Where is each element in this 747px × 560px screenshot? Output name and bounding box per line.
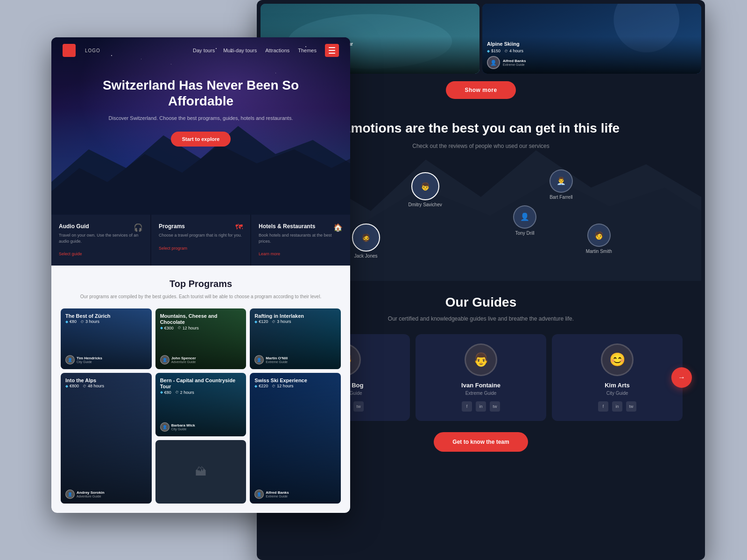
hero-title: Switzerland Has Never Been So Affordable xyxy=(79,77,322,109)
hotels-icon: 🏠 xyxy=(333,223,343,232)
feature-programs-title: Programs xyxy=(159,223,243,230)
kim-linkedin[interactable]: in xyxy=(612,401,622,412)
ski-guide-avatar: 👤 xyxy=(487,56,500,69)
reviewer-tony[interactable]: 👤 Tony Drill xyxy=(513,205,536,236)
ivan-avatar: 👨 xyxy=(465,343,497,376)
tony-name: Tony Drill xyxy=(515,231,535,236)
program-title-alps: Into the Alps xyxy=(65,378,147,384)
navigation: LOGO Day tours Multi-day tours Attractio… xyxy=(51,37,350,63)
program-price-zurich: ◆ €80 xyxy=(65,319,77,324)
feature-programs-link[interactable]: Select program xyxy=(159,246,187,251)
ivan-facebook[interactable]: f xyxy=(462,401,472,412)
nav-day-tours[interactable]: Day tours xyxy=(193,48,215,53)
feature-audio-title: Audio Guid xyxy=(59,223,143,230)
reviewer-jack[interactable]: 🧔 Jack Jones xyxy=(352,224,380,259)
program-card-alps[interactable]: Into the Alps ◆€800 ⏱48 hours 👤 Andrey S… xyxy=(61,373,152,504)
jack-avatar: 🧔 xyxy=(352,224,380,252)
programs-grid-row2: Into the Alps ◆€800 ⏱48 hours 👤 Andrey S… xyxy=(61,373,341,504)
feature-hotels-desc: Book hotels and restaurants at the best … xyxy=(259,232,343,244)
program-card-mountains[interactable]: Mountains, Cheese and Chocolate ◆€300 ⏱1… xyxy=(155,308,247,369)
feature-hotels-title: Hotels & Restaurants xyxy=(259,223,343,230)
guide-avatar-rafting: 👤 xyxy=(254,355,264,364)
program-card-skiing[interactable]: Swiss Ski Experience ◆€220 ⏱12 hours 👤 A… xyxy=(250,373,341,504)
guides-next-button[interactable]: → xyxy=(671,367,692,388)
right-tour-ski[interactable]: Alpine Skiing ◆$150 ⏱4 hours 👤 Alfred Ba… xyxy=(482,4,701,74)
feature-audio-link[interactable]: Select guide xyxy=(59,252,82,256)
guide-avatar-skiing: 👤 xyxy=(254,490,264,499)
ivan-role: Extreme Guide xyxy=(423,391,539,396)
top-programs-section: Top Programs Our programs are compiled b… xyxy=(51,266,350,513)
dmitry-name: Dmitry Savichev xyxy=(408,202,442,207)
features-section: 🎧 Audio Guid Travel on your own. Use the… xyxy=(51,215,350,266)
programs-icon: 🗺 xyxy=(235,223,243,231)
tony-avatar: 👤 xyxy=(513,205,536,229)
feature-hotels: 🏠 Hotels & Restaurants Book hotels and r… xyxy=(251,215,350,266)
ivan-twitter[interactable]: tw xyxy=(490,401,500,412)
reviewer-bart[interactable]: 👨‍💼 Bart Farrell xyxy=(550,169,573,200)
ivan-name: Ivan Fontaine xyxy=(423,382,539,389)
guide-avatar-zurich: 👤 xyxy=(65,355,75,364)
nav-links: Day tours Multi-day tours Attractions Th… xyxy=(193,44,339,57)
program-card-rafting[interactable]: Rafting in Interlaken ◆€120 ⏱3 hours 👤 M… xyxy=(250,308,341,369)
reviewer-dmitry[interactable]: 👦 Dmitry Savichev xyxy=(408,172,442,207)
left-page: LOGO Day tours Multi-day tours Attractio… xyxy=(51,37,350,513)
feature-audio-desc: Travel on your own. Use the services of … xyxy=(59,232,143,244)
guide-avatar-bern: 👤 xyxy=(160,422,169,432)
start-explore-button[interactable]: Start to explore xyxy=(171,132,231,147)
ski-tour-name: Alpine Skiing xyxy=(487,41,697,47)
martin-avatar: 🧑 xyxy=(587,224,611,247)
guide-card-ivan: 👨 Ivan Fontaine Extreme Guide f in tw xyxy=(416,334,546,421)
hero-content: Switzerland Has Never Been So Affordable… xyxy=(51,63,350,147)
feature-audio: 🎧 Audio Guid Travel on your own. Use the… xyxy=(51,215,150,266)
get-team-button[interactable]: Get to know the team xyxy=(434,432,528,452)
ski-tour-label: Alpine Skiing ◆$150 ⏱4 hours 👤 Alfred Ba… xyxy=(482,36,701,74)
ivan-social: f in tw xyxy=(423,401,539,412)
kim-twitter[interactable]: tw xyxy=(626,401,636,412)
logo-text: LOGO xyxy=(85,48,100,53)
guide-avatar-alps: 👤 xyxy=(65,490,75,499)
program-title-mountains: Mountains, Cheese and Chocolate xyxy=(160,313,242,325)
logo-icon[interactable] xyxy=(63,44,76,57)
program-title-rafting: Rafting in Interlaken xyxy=(254,313,336,319)
nav-themes[interactable]: Themes xyxy=(298,48,317,53)
ski-guide-name: Alfred Banks xyxy=(503,59,526,63)
kim-avatar: 😊 xyxy=(601,343,634,376)
hamburger-menu[interactable] xyxy=(325,44,339,57)
programs-grid-row1: The Best of Zürich ◆ €80 ⏱ 3 hours xyxy=(61,308,341,369)
feature-programs: 🗺 Programs Choose a travel program that … xyxy=(151,215,250,266)
jack-name: Jack Jones xyxy=(354,253,378,259)
program-card-bern[interactable]: Bern - Capital and Countryside Tour ◆€80… xyxy=(155,373,247,436)
hero-subtitle: Discover Switzerland. Choose the best pr… xyxy=(79,114,322,122)
dmitry-avatar: 👦 xyxy=(411,172,439,200)
hero-section: LOGO Day tours Multi-day tours Attractio… xyxy=(51,37,350,215)
feature-programs-desc: Choose a travel program that is right fo… xyxy=(159,232,243,238)
bart-avatar: 👨‍💼 xyxy=(550,169,573,193)
andreas-twitter[interactable]: tw xyxy=(353,401,364,412)
ivan-linkedin[interactable]: in xyxy=(476,401,486,412)
kim-name: Kim Arts xyxy=(559,382,675,389)
guide-role-zurich: City Guide xyxy=(77,360,102,364)
program-placeholder: 🏔 xyxy=(155,440,247,504)
program-title-zurich: The Best of Zürich xyxy=(65,313,147,319)
martin-name: Martin Smith xyxy=(586,249,612,254)
guide-name-zurich: Tim Hendricks xyxy=(77,356,102,360)
nav-attractions[interactable]: Attractions xyxy=(265,48,289,53)
feature-hotels-link[interactable]: Learn more xyxy=(259,252,280,256)
show-more-button[interactable]: Show more xyxy=(446,81,515,99)
guide-avatar-mountains: 👤 xyxy=(160,355,169,364)
top-programs-title: Top Programs xyxy=(61,279,341,289)
guide-card-kim: 😊 Kim Arts City Guide f in tw xyxy=(552,334,683,421)
program-duration-zurich: ⏱ 3 hours xyxy=(80,319,99,324)
kim-role: City Guide xyxy=(559,391,675,396)
nav-multi-day-tours[interactable]: Multi-day tours xyxy=(223,48,257,53)
audio-icon: 🎧 xyxy=(134,223,143,232)
reviewer-martin[interactable]: 🧑 Martin Smith xyxy=(586,224,612,254)
kim-social: f in tw xyxy=(559,401,675,412)
top-programs-subtitle: Our programs are compiled by the best gu… xyxy=(61,293,341,300)
kim-facebook[interactable]: f xyxy=(598,401,608,412)
ski-guide-role: Extreme Guide xyxy=(503,63,526,66)
program-card-zurich[interactable]: The Best of Zürich ◆ €80 ⏱ 3 hours xyxy=(61,308,152,369)
bart-name: Bart Farrell xyxy=(550,195,572,200)
programs-middle-col: Bern - Capital and Countryside Tour ◆€80… xyxy=(155,373,247,504)
